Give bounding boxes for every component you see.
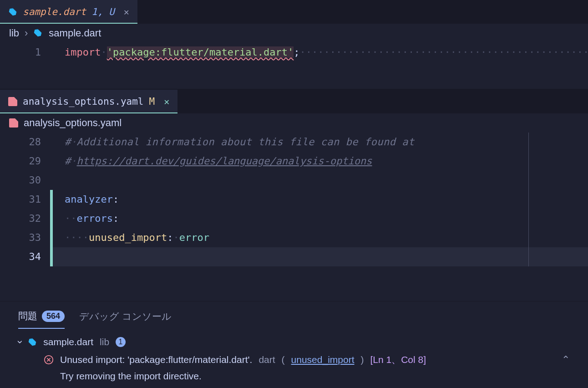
semicolon: ; bbox=[294, 46, 299, 58]
line-number: 29 bbox=[0, 152, 50, 171]
problem-location: [Ln 1、Col 8] bbox=[370, 353, 426, 366]
mid-tab-bar: analysis_options.yaml M ✕ bbox=[0, 90, 588, 113]
dart-file-icon bbox=[28, 337, 37, 347]
chevron-right-icon: › bbox=[25, 27, 28, 39]
error-icon bbox=[44, 355, 54, 365]
tab-filename: analysis_options.yaml bbox=[23, 96, 144, 107]
dart-file-icon bbox=[8, 7, 17, 16]
breadcrumb-file: sample.dart bbox=[49, 27, 101, 39]
code-line[interactable]: #·Additional information about this file… bbox=[53, 133, 588, 152]
breadcrumb-folder: lib bbox=[9, 27, 19, 39]
tab-sample-dart[interactable]: sample.dart 1, U ✕ bbox=[0, 0, 137, 24]
import-string: 'package:flutter/material.dart' bbox=[107, 46, 294, 58]
chevron-down-icon[interactable]: › bbox=[14, 340, 26, 343]
problem-source: dart bbox=[259, 354, 275, 365]
problem-file-row[interactable]: › sample.dart lib 1 bbox=[18, 333, 570, 351]
problems-panel: 問題 564 デバッグ コンソール › sample.dart lib 1 Un… bbox=[0, 301, 588, 388]
file-name: sample.dart bbox=[43, 337, 93, 347]
problem-item[interactable]: Unused import: 'package:flutter/material… bbox=[18, 351, 570, 369]
doc-link[interactable]: https://dart.dev/guides/language/analysi… bbox=[77, 155, 372, 167]
dart-file-icon bbox=[33, 28, 43, 38]
close-icon[interactable]: ✕ bbox=[124, 6, 129, 17]
top-tab-bar: sample.dart 1, U ✕ bbox=[0, 0, 588, 24]
tab-analysis-options[interactable]: analysis_options.yaml M ✕ bbox=[0, 90, 177, 113]
code-line[interactable]: import·'package:flutter/material.dart';·… bbox=[53, 43, 588, 62]
yaml-file-icon bbox=[9, 118, 18, 128]
problem-message: Unused import: 'package:flutter/material… bbox=[60, 354, 252, 365]
bottom-editor-pane: analysis_options.yaml M ✕ analysis_optio… bbox=[0, 90, 588, 301]
tab-status: M bbox=[149, 96, 155, 107]
mid-editor-area[interactable]: 28 #·Additional information about this f… bbox=[0, 133, 588, 266]
yaml-file-icon bbox=[8, 97, 17, 106]
line-number: 32 bbox=[0, 209, 50, 228]
line-number: 30 bbox=[0, 171, 50, 190]
tab-label: 問題 bbox=[18, 310, 37, 322]
breadcrumb-file: analysis_options.yaml bbox=[24, 117, 122, 129]
top-breadcrumb[interactable]: lib › sample.dart bbox=[0, 24, 588, 43]
code-line[interactable]: #·https://dart.dev/guides/language/analy… bbox=[53, 152, 588, 171]
line-number: 28 bbox=[0, 133, 50, 152]
top-editor-pane: sample.dart 1, U ✕ lib › sample.dart 1 i… bbox=[0, 0, 588, 89]
ruler bbox=[528, 133, 529, 266]
file-folder: lib bbox=[100, 337, 109, 347]
problem-code-link[interactable]: unused_import bbox=[291, 354, 355, 365]
panel-tab-debug-console[interactable]: デバッグ コンソール bbox=[79, 306, 172, 329]
tab-filename: sample.dart bbox=[23, 6, 86, 17]
file-problem-count: 1 bbox=[116, 337, 126, 347]
problems-list: › sample.dart lib 1 Unused import: 'pack… bbox=[0, 329, 588, 388]
mid-breadcrumb[interactable]: analysis_options.yaml bbox=[0, 113, 588, 133]
tab-status: 1, U bbox=[91, 6, 115, 17]
line-number: 1 bbox=[0, 43, 50, 62]
chevron-up-icon[interactable]: ⌃ bbox=[562, 354, 570, 366]
tab-label: デバッグ コンソール bbox=[79, 310, 172, 323]
line-number: 34 bbox=[0, 247, 50, 266]
line-number: 31 bbox=[0, 190, 50, 209]
panel-tab-problems[interactable]: 問題 564 bbox=[18, 306, 65, 329]
top-editor-area[interactable]: 1 import·'package:flutter/material.dart'… bbox=[0, 43, 588, 62]
problem-hint: Try removing the import directive. bbox=[18, 369, 570, 383]
panel-tab-bar: 問題 564 デバッグ コンソール bbox=[0, 301, 588, 329]
code-line[interactable]: ··errors: bbox=[53, 209, 588, 228]
code-line[interactable]: ····unused_import:·error bbox=[53, 228, 588, 247]
code-line[interactable] bbox=[53, 247, 588, 266]
keyword-import: import bbox=[65, 46, 101, 58]
code-line[interactable]: analyzer: bbox=[53, 190, 588, 209]
line-number: 33 bbox=[0, 228, 50, 247]
close-icon[interactable]: ✕ bbox=[164, 96, 169, 107]
problems-count-badge: 564 bbox=[42, 311, 65, 322]
code-line[interactable] bbox=[53, 171, 588, 190]
